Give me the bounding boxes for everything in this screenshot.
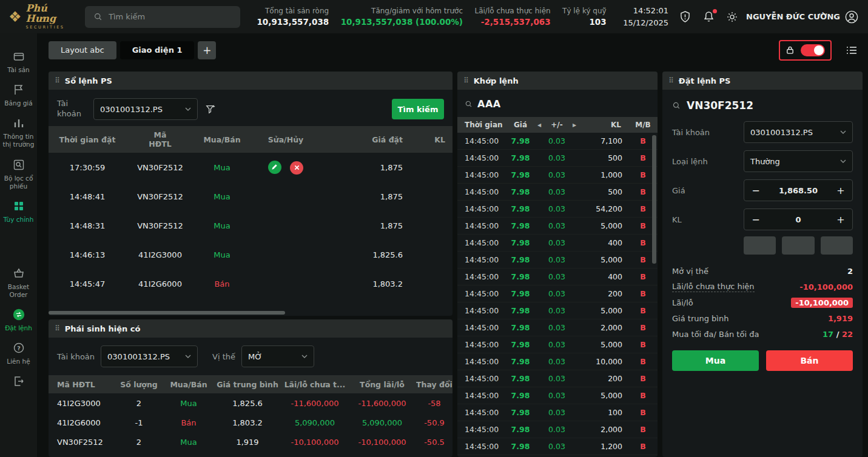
add-tab-button[interactable]: + (198, 41, 216, 59)
matched-row[interactable]: 14:45:00 7.98 0.03 5,000 B (457, 302, 658, 319)
horizontal-scrollbar-thumb[interactable] (49, 311, 285, 315)
arrow-right-icon[interactable]: ▶ (570, 122, 579, 128)
account-select[interactable]: 0301001312.PS (93, 98, 198, 120)
sidebar-item-priceboard[interactable]: Bảng giá (0, 84, 37, 107)
positions-table-header: Mã HĐTL Số lượng Mua/Bán Giá trung bình … (49, 375, 453, 393)
drag-handle-icon[interactable]: ⠿ (55, 324, 60, 333)
sidebar-item-customize[interactable]: Tùy chỉnh (0, 200, 37, 224)
col-time: Thời gian đặt (49, 133, 126, 147)
matched-row[interactable]: 14:45:00 7.98 0.03 5,000 B (457, 218, 658, 235)
position-symbol: 41I2G6000 (49, 418, 114, 427)
position-state-select[interactable]: MỞ (241, 345, 314, 367)
order-symbol: VN30F2512 (126, 192, 194, 201)
account-select[interactable]: 0301001312.PS (101, 345, 198, 367)
alert-shield-icon[interactable] (678, 10, 691, 24)
sidebar-item-assets[interactable]: Tài sản (0, 50, 37, 74)
sidebar-item-contact[interactable]: ? Liên hệ (0, 342, 37, 365)
order-row[interactable]: 14:45:47 41I2G6000 Bán 1,803.2 (49, 269, 453, 298)
quick-qty-button[interactable] (821, 236, 853, 255)
col-modify: Sửa/Hủy (250, 133, 321, 147)
matched-volume: 200 (579, 289, 628, 298)
matched-row[interactable]: 14:45:00 7.98 0.03 7,100 B (457, 133, 658, 150)
qty-decrease-button[interactable]: − (744, 214, 767, 225)
vertical-scrollbar-thumb[interactable] (652, 135, 656, 264)
header-stat: Tăng/giảm với hôm trước 10,913,557,038 (… (341, 7, 463, 27)
drag-handle-icon[interactable]: ⠿ (668, 76, 674, 85)
order-time: 14:48:41 (49, 192, 126, 201)
qty-increase-button[interactable]: + (829, 214, 852, 225)
matched-row[interactable]: 14:45:00 7.98 0.03 200 B (457, 370, 658, 387)
quantity-input[interactable]: 0 (767, 215, 829, 224)
avatar[interactable] (845, 10, 858, 24)
quick-qty-button[interactable] (782, 236, 814, 255)
ticket-order-type-row: Loại lệnh Thường (662, 147, 863, 176)
matched-row[interactable]: 14:45:00 7.98 0.03 100 B (457, 404, 658, 421)
matched-price: 7.98 (506, 255, 535, 264)
quick-qty-button[interactable] (744, 236, 776, 255)
matched-row[interactable]: 14:45:00 7.98 0.03 54,200 B (457, 201, 658, 218)
order-type-select[interactable]: Thường (744, 150, 853, 172)
sidebar-item-stock-filter[interactable]: Bộ lọc cổ phiếu (0, 159, 37, 190)
global-search[interactable] (85, 6, 240, 28)
sidebar-item-place-order[interactable]: Đặt lệnh (0, 309, 37, 332)
matched-row[interactable]: 14:45:00 7.98 0.03 400 B (457, 235, 658, 252)
matched-time: 14:45:00 (457, 153, 506, 162)
order-row[interactable]: 14:46:13 41I2G3000 Mua 1,825.6 (49, 240, 453, 269)
drag-handle-icon[interactable]: ⠿ (463, 76, 469, 85)
matched-row[interactable]: 14:45:00 7.98 0.03 5,000 B (457, 252, 658, 269)
user-name[interactable]: NGUYỄN ĐỨC CƯỜNG (746, 12, 840, 21)
matched-row[interactable]: 14:45:00 7.98 0.03 500 B (457, 184, 658, 201)
header-icons (678, 10, 739, 24)
workspace-tab[interactable]: Layout abc (49, 41, 116, 59)
matched-symbol-search[interactable]: AAA (457, 90, 658, 117)
col-unrealized: Lãi/lỗ chưa t... (281, 380, 348, 389)
matched-row[interactable]: 14:45:00 7.98 0.03 400 B (457, 269, 658, 285)
arrow-left-icon[interactable]: ◀ (535, 122, 543, 128)
search-input[interactable] (109, 12, 232, 21)
gear-icon[interactable] (725, 10, 739, 24)
col-volume: KL (579, 121, 628, 129)
position-row[interactable]: VN30F2512 2 Mua 1,919 -10,100,000 -10,10… (49, 432, 453, 452)
matched-row[interactable]: 14:45:00 7.98 0.03 5,000 B (457, 336, 658, 353)
col-change: Thay đổi (416, 380, 453, 389)
search-orders-button[interactable]: Tìm kiếm (392, 99, 444, 119)
price-decrease-button[interactable]: − (744, 185, 767, 196)
matched-row[interactable]: 14:45:00 7.98 0.03 500 B (457, 150, 658, 167)
sidebar-item-exit[interactable] (0, 375, 37, 391)
matched-change: 0.03 (543, 255, 570, 264)
sidebar-item-basket-order[interactable]: Basket Order (0, 267, 37, 299)
matched-row[interactable]: 14:45:00 7.98 0.03 2,000 B (457, 319, 658, 336)
matched-time: 14:45:00 (457, 442, 506, 451)
price-stepper: − 1,868.50 + (744, 179, 853, 201)
position-row[interactable]: 41I2G6000 -1 Bán 1,803.2 5,090,000 5,090… (49, 413, 453, 432)
sidebar-item-label: Bảng giá (4, 99, 32, 107)
order-row[interactable]: 17:30:59 VN30F2512 Mua 1,875 (49, 153, 453, 182)
toggle-switch[interactable] (801, 44, 825, 56)
panel-list-icon[interactable] (845, 44, 858, 57)
order-row[interactable]: 14:48:31 VN30F2512 Mua 1,875 (49, 211, 453, 240)
matched-row[interactable]: 14:45:00 7.98 0.03 5,000 B (457, 387, 658, 404)
matched-volume: 2,000 (579, 323, 628, 332)
matched-row[interactable]: 14:45:00 7.98 0.03 1,000 B (457, 167, 658, 184)
matched-row[interactable]: 14:45:00 7.98 0.03 200 B (457, 285, 658, 302)
buy-button[interactable]: Mua (672, 350, 759, 371)
matched-row[interactable]: 14:45:00 7.98 0.03 10,000 B (457, 353, 658, 370)
bar-chart-icon (13, 117, 25, 129)
drag-handle-icon[interactable]: ⠿ (55, 76, 60, 85)
order-row[interactable]: 14:48:41 VN30F2512 Mua 1,875 (49, 182, 453, 211)
bell-icon[interactable] (702, 10, 715, 24)
workspace-tab-active[interactable]: Giao diện 1 (120, 41, 195, 59)
cancel-order-icon[interactable] (290, 161, 303, 175)
sell-button[interactable]: Bán (766, 350, 853, 371)
ticket-symbol-search[interactable]: VN30F2512 (662, 90, 863, 118)
price-input[interactable]: 1,868.50 (767, 186, 829, 195)
matched-row[interactable]: 14:45:00 7.98 0.03 2,000 B (457, 421, 658, 438)
matched-row[interactable]: 14:45:00 7.98 0.03 1,200 B (457, 438, 658, 455)
sidebar-item-market-info[interactable]: Thông tin thị trường (0, 117, 37, 148)
position-row[interactable]: 41I2G3000 2 Mua 1,825.6 -11,600,000 -11,… (49, 393, 453, 413)
account-select[interactable]: 0301001312.PS (744, 121, 853, 143)
layout-lock-toggle[interactable] (779, 40, 832, 61)
edit-order-icon[interactable] (268, 161, 281, 174)
price-increase-button[interactable]: + (829, 185, 852, 196)
filter-funnel-icon[interactable] (205, 104, 216, 115)
